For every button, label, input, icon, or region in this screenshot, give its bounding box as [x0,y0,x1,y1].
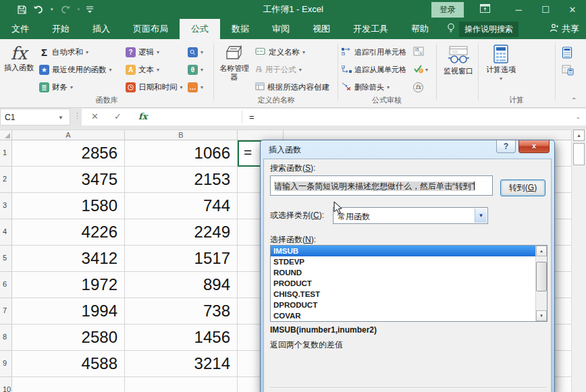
row-header[interactable]: 10 [0,377,12,392]
tab-view[interactable]: 视图 [301,19,342,39]
redo-dropdown-icon[interactable]: ▾ [78,7,80,12]
recently-used-button[interactable]: ★最近使用的函数▾ [39,61,112,78]
list-item[interactable]: CHISQ.TEST [271,289,535,300]
cell-a10[interactable] [12,377,125,392]
more-functions-button[interactable]: …▾ [188,78,203,96]
cell-a8[interactable]: 2580 [12,325,125,351]
scrollbar-thumb[interactable] [573,143,585,165]
select-all-corner[interactable] [0,130,12,140]
list-scrollbar[interactable]: ▲ ▼ [535,246,547,321]
cell-b9[interactable]: 3214 [125,351,238,377]
column-header-b[interactable]: B [125,130,238,140]
tab-developer[interactable]: 开发工具 [342,19,400,39]
tab-home[interactable]: 开始 [41,19,81,39]
list-item[interactable]: PRODUCT [271,278,535,289]
redo-icon[interactable] [60,5,71,14]
dropdown-arrow-icon[interactable]: ▼ [475,208,487,223]
financial-button[interactable]: ≣财务▾ [39,78,112,96]
list-item[interactable]: DPRODUCT [271,300,535,310]
tab-page-layout[interactable]: 页面布局 [122,19,180,39]
vertical-scrollbar[interactable]: ▲ [571,130,586,392]
search-function-input[interactable]: 请输入一条简短说明来描述您想做什么，然后单击“转到” [270,175,493,196]
scroll-down-icon[interactable]: ▼ [536,310,547,321]
cell-a4[interactable]: 4226 [12,219,125,246]
row-header[interactable]: 8 [0,325,12,351]
column-header-c[interactable] [238,130,284,140]
trace-precedents-button[interactable]: 追踪引用单元格 [342,43,406,61]
cell-b3[interactable]: 744 [125,193,238,219]
watch-window-button[interactable]: 监视窗口 [440,46,477,76]
cell-a3[interactable]: 1580 [12,193,125,219]
save-icon[interactable] [18,5,26,14]
formula-content[interactable]: = [249,112,255,122]
remove-arrows-button[interactable]: 删除箭头▾ [342,78,406,96]
list-item[interactable]: COVAR [271,310,535,321]
cell-a2[interactable]: 3475 [12,167,125,193]
define-name-button[interactable]: 定义名称▾ [255,43,329,61]
text-button[interactable]: A文本▾ [126,61,183,78]
row-header[interactable]: 3 [0,193,12,219]
row-header[interactable]: 6 [0,272,12,298]
category-dropdown[interactable]: 常用函数 ▼ [333,207,488,224]
math-trig-button[interactable]: θ▾ [188,61,203,78]
customize-qat-icon[interactable] [86,5,93,13]
error-checking-button[interactable]: !▾ [413,61,428,78]
column-header-a[interactable]: A [12,130,125,140]
row-header[interactable]: 9 [0,351,12,377]
row-header[interactable]: 4 [0,219,12,246]
collapse-ribbon-icon[interactable]: ⌃ [571,96,577,104]
name-box-dropdown-icon[interactable]: ▼ [58,115,63,121]
calculation-options-button[interactable]: 计算选项 ▾ [482,45,520,83]
cell-b10[interactable] [125,377,238,392]
cell-a1[interactable]: 2856 [12,140,125,167]
sign-in-button[interactable]: 登录 [431,2,464,18]
list-item[interactable]: IMSUB [271,246,535,256]
cell-a7[interactable]: 1994 [12,298,125,325]
go-button[interactable]: 转到(G) [500,179,545,196]
enter-check-icon[interactable]: ✓ [114,111,122,121]
date-time-button[interactable]: 日期和时间▾ [126,78,183,96]
cell-a6[interactable]: 1972 [12,272,125,298]
cell-a9[interactable]: 4588 [12,351,125,377]
tab-formulas[interactable]: 公式 [180,19,220,39]
calculate-sheet-button[interactable] [562,62,574,80]
autosum-button[interactable]: Σ自动求和▾ [39,43,112,61]
share-button[interactable]: 共享 [550,19,579,39]
list-item[interactable]: ROUND [271,267,535,278]
calculate-now-button[interactable] [562,45,574,62]
trace-dependents-button[interactable]: 追踪从属单元格 [342,61,406,78]
name-manager-button[interactable]: 名称管理器 [217,45,251,82]
cell-b2[interactable]: 2153 [125,167,238,193]
cell-a5[interactable]: 3412 [12,246,125,272]
ribbon-display-options-icon[interactable] [480,3,490,16]
undo-dropdown-icon[interactable]: ▾ [51,7,53,12]
lookup-reference-button[interactable]: ▾ [188,43,203,61]
list-item[interactable]: STDEVP [271,256,535,267]
tab-help[interactable]: 帮助 [400,19,440,39]
logical-button[interactable]: ?逻辑▾ [126,43,183,61]
dialog-close-button[interactable]: x [518,140,550,153]
cell-b4[interactable]: 2249 [125,219,238,246]
tell-me-label[interactable]: 操作说明搜索 [459,22,518,37]
dialog-help-button[interactable]: ? [496,140,516,153]
create-from-selection-button[interactable]: 根据所选内容创建 [255,78,329,96]
row-header[interactable]: 7 [0,298,12,325]
cell-b6[interactable]: 894 [125,272,238,298]
tab-insert[interactable]: 插入 [81,19,122,39]
tab-review[interactable]: 审阅 [261,19,301,39]
tell-me-search[interactable]: 操作说明搜索 [447,19,518,39]
row-header[interactable]: 5 [0,246,12,272]
minimize-button[interactable]: ─ [505,0,532,19]
row-header[interactable]: 2 [0,167,12,193]
show-formulas-button[interactable]: 15fx [413,43,428,61]
cancel-icon[interactable]: ✕ [91,111,99,121]
maximize-button[interactable]: ☐ [532,0,559,19]
scrollbar-thumb[interactable] [536,262,547,291]
cell-b8[interactable]: 1456 [125,325,238,351]
evaluate-formula-button[interactable]: fx [413,78,428,96]
cell-b7[interactable]: 738 [125,298,238,325]
tab-data[interactable]: 数据 [220,19,261,39]
expand-formula-bar-icon[interactable]: ⌄ [575,113,581,120]
insert-function-button[interactable]: fx 插入函数 [3,43,35,72]
insert-function-fx-icon[interactable]: fx [138,111,147,121]
